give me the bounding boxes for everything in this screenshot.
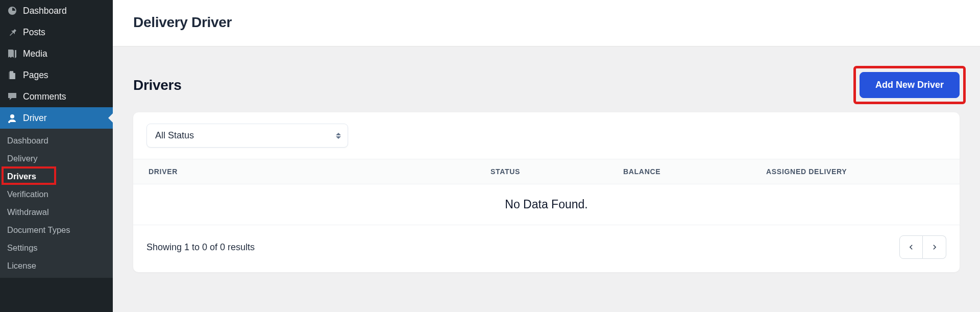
sidebar-item-media[interactable]: Media bbox=[0, 43, 113, 64]
sidebar-item-comments[interactable]: Comments bbox=[0, 86, 113, 107]
submenu-item-withdrawal[interactable]: Withdrawal bbox=[0, 203, 113, 221]
svg-point-1 bbox=[10, 114, 14, 118]
media-icon bbox=[7, 48, 18, 59]
column-driver: DRIVER bbox=[149, 167, 491, 176]
column-assigned: ASSIGNED DELIVERY bbox=[766, 167, 944, 176]
page-header: Delivery Driver bbox=[113, 0, 980, 46]
sidebar-item-label: Comments bbox=[23, 91, 66, 102]
sidebar-item-label: Dashboard bbox=[23, 6, 67, 16]
section-title: Drivers bbox=[133, 77, 181, 93]
table-footer: Showing 1 to 0 of 0 results bbox=[133, 225, 960, 272]
table-empty-state: No Data Found. bbox=[133, 184, 960, 225]
status-select[interactable]: All Status bbox=[146, 124, 348, 148]
page-title: Delivery Driver bbox=[133, 14, 960, 31]
drivers-card: All Status DRIVER STATUS BALANCE ASSIGNE… bbox=[133, 112, 960, 272]
page-prev-button[interactable] bbox=[899, 235, 923, 259]
submenu-item-verification[interactable]: Verification bbox=[0, 185, 113, 203]
add-new-driver-button[interactable]: Add New Driver bbox=[860, 72, 960, 98]
sidebar-item-driver[interactable]: Driver bbox=[0, 107, 113, 129]
chevron-right-icon bbox=[930, 243, 939, 251]
sidebar-item-posts[interactable]: Posts bbox=[0, 21, 113, 43]
sidebar-item-label: Posts bbox=[23, 27, 45, 38]
column-status: STATUS bbox=[491, 167, 623, 176]
sidebar-item-label: Driver bbox=[23, 113, 47, 124]
submenu-item-delivery[interactable]: Delivery bbox=[0, 150, 113, 167]
sidebar-submenu: Dashboard Delivery Drivers Verification … bbox=[0, 129, 113, 278]
submenu-item-settings[interactable]: Settings bbox=[0, 239, 113, 257]
page-next-button[interactable] bbox=[923, 235, 946, 259]
main-content: Delivery Driver Drivers Add New Driver A… bbox=[113, 0, 980, 312]
pages-icon bbox=[7, 69, 18, 81]
pin-icon bbox=[7, 27, 18, 38]
sidebar-item-pages[interactable]: Pages bbox=[0, 64, 113, 86]
sidebar-item-label: Pages bbox=[23, 70, 48, 81]
status-filter[interactable]: All Status bbox=[146, 124, 348, 148]
section-header: Drivers Add New Driver bbox=[133, 72, 960, 98]
sidebar-item-label: Media bbox=[23, 49, 47, 59]
submenu-item-document-types[interactable]: Document Types bbox=[0, 221, 113, 239]
column-balance: BALANCE bbox=[623, 167, 766, 176]
submenu-item-dashboard[interactable]: Dashboard bbox=[0, 132, 113, 150]
pagination bbox=[899, 235, 946, 259]
admin-sidebar: Dashboard Posts Media Pages Comments bbox=[0, 0, 113, 312]
submenu-item-license[interactable]: License bbox=[0, 257, 113, 275]
svg-point-2 bbox=[8, 121, 10, 123]
submenu-item-drivers[interactable]: Drivers bbox=[0, 167, 113, 185]
chevron-left-icon bbox=[907, 243, 915, 251]
table-header: DRIVER STATUS BALANCE ASSIGNED DELIVERY bbox=[133, 159, 960, 184]
comments-icon bbox=[7, 91, 18, 102]
driver-icon bbox=[7, 112, 18, 124]
dashboard-icon bbox=[7, 5, 18, 16]
sidebar-item-dashboard[interactable]: Dashboard bbox=[0, 0, 113, 21]
results-text: Showing 1 to 0 of 0 results bbox=[146, 242, 255, 253]
